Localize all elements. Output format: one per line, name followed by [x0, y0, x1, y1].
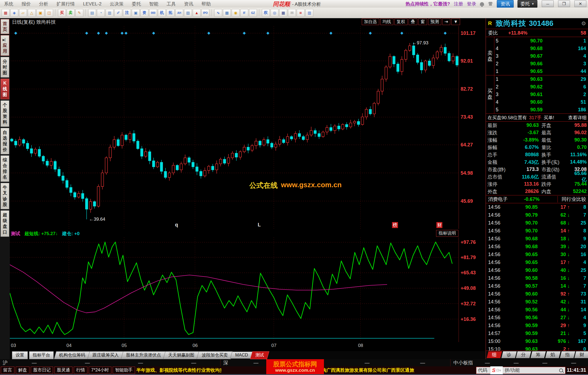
toolbar-icon[interactable]: ▣: [36, 9, 44, 17]
trade-button[interactable]: 委托▼: [517, 0, 537, 8]
order-row-buy-2[interactable]: 290.626: [486, 83, 588, 91]
news-button[interactable]: 资讯: [497, 0, 514, 8]
indicator-tab-天天躺赢副图[interactable]: 天天躺赢副图: [163, 351, 200, 359]
quote-tab-筹[interactable]: 筹: [531, 351, 546, 358]
indicator-tab-机构仓位筹码[interactable]: 机构仓位筹码: [54, 351, 90, 359]
gear-icon[interactable]: ⚙: [581, 20, 586, 27]
order-row-sell-2[interactable]: 290.663: [486, 60, 588, 67]
sidebar-item-K线图[interactable]: K线图: [1, 79, 9, 99]
register-link[interactable]: 注册: [454, 1, 463, 7]
toolbar-icon[interactable]: ▥: [106, 9, 114, 17]
tab-button-指标平台[interactable]: 指标平台: [29, 351, 54, 359]
indicator-tab-波段加仓买卖[interactable]: 波段加仓买卖: [197, 351, 233, 359]
order-row-buy-3[interactable]: 390.612: [486, 91, 588, 98]
menu-item-帮助[interactable]: 帮助: [197, 0, 215, 8]
order-row-buy-1[interactable]: 190.6329: [486, 75, 588, 83]
chart-button-预测[interactable]: 预测: [428, 19, 441, 25]
tab-button-设置[interactable]: 设置: [12, 351, 28, 359]
menu-item-报价[interactable]: 报价: [17, 0, 35, 8]
statusbar-tab-智能助手[interactable]: 智能助手: [113, 367, 135, 374]
toolbar-icon[interactable]: ▥: [305, 9, 313, 17]
chart-button-窗[interactable]: 窗: [418, 19, 427, 25]
toolbar-icon[interactable]: ✉: [288, 9, 296, 17]
toolbar-icon[interactable]: 卖: [67, 9, 75, 17]
sidebar-item-应用[interactable]: ▶▏应用: [1, 35, 9, 56]
chart-marker-财[interactable]: 财: [436, 222, 442, 228]
skin-icon[interactable]: [488, 2, 493, 6]
toolbar-icon[interactable]: 拓: [167, 9, 174, 17]
indicator-tab-股林主升浪潜伏点[interactable]: 股林主升浪潜伏点: [121, 351, 166, 359]
toolbar-icon[interactable]: ✐: [114, 9, 122, 17]
chart-marker-榜[interactable]: 榜: [392, 222, 398, 228]
menu-item-云决策[interactable]: 云决策: [106, 0, 128, 8]
toolbar-icon[interactable]: ∿: [214, 9, 222, 17]
news-ticker-left[interactable]: 半年游戏、影视院线等代表性行业营收均实现增长，净利增: [136, 367, 221, 373]
menu-item-工具[interactable]: 工具: [163, 0, 180, 8]
indicator-help-button[interactable]: 指标说明: [436, 230, 458, 237]
indicator-chart[interactable]: [10, 237, 459, 342]
chevron-down-icon[interactable]: ▼: [451, 19, 460, 25]
toolbar-icon[interactable]: ▤: [88, 9, 96, 17]
menu-item-系统[interactable]: 系统: [0, 0, 17, 8]
toolbar-icon[interactable]: ▩: [223, 9, 231, 17]
quote-tab-细[interactable]: 细: [487, 351, 502, 358]
menu-item-资讯[interactable]: 资讯: [180, 0, 197, 8]
kline-chart[interactable]: ←97.93←39.64: [10, 26, 459, 229]
login-link[interactable]: 登录: [467, 1, 476, 7]
restore-button[interactable]: ❒: [558, 1, 570, 7]
statusbar-tab-留言[interactable]: 留言: [1, 367, 14, 374]
quote-tab-指[interactable]: 指: [560, 351, 575, 358]
chart-button-复权[interactable]: 复权: [394, 19, 408, 25]
menu-item-分析[interactable]: 分析: [35, 0, 52, 8]
toolbar-icon[interactable]: ▣: [132, 9, 140, 17]
menu-item-LEVEL-2[interactable]: LEVEL-2: [79, 0, 106, 8]
toolbar-icon[interactable]: 买: [58, 9, 66, 17]
sidebar-item-超级盘口[interactable]: 超级盘口: [1, 210, 9, 237]
order-row-buy-5[interactable]: 590.59186: [486, 106, 588, 113]
statusbar-tab-7*24小时[interactable]: 7*24小时: [89, 367, 111, 374]
toolbar-icon[interactable]: IF: [240, 9, 248, 17]
quote-tab-诊[interactable]: 诊: [501, 351, 517, 358]
notification-bell-icon[interactable]: [480, 2, 484, 6]
industry-name[interactable]: 消费电子: [488, 196, 508, 202]
chart-button-叠[interactable]: 叠: [409, 19, 417, 25]
toolbar-icon[interactable]: ▦: [2, 9, 10, 17]
sidebar-item-个股资料[interactable]: 个股资料: [1, 100, 9, 127]
chart-button-加自选[interactable]: 加自选: [362, 19, 379, 25]
statusbar-tab-行情[interactable]: 行情: [74, 367, 87, 374]
toolbar-icon[interactable]: ◫: [45, 9, 53, 17]
industry-compare-link[interactable]: 同行业比较: [558, 196, 586, 202]
toolbar-icon[interactable]: 000: [149, 9, 157, 17]
alert-detail-link[interactable]: 查看详细: [568, 115, 587, 121]
statusbar-tab-股市日记[interactable]: 股市日记: [31, 367, 53, 374]
order-row-sell-4[interactable]: 490.68164: [486, 45, 588, 52]
menu-item-委托[interactable]: 委托: [128, 0, 145, 8]
chart-button-均线[interactable]: 均线: [380, 19, 393, 25]
quote-tab-财[interactable]: 财: [574, 351, 588, 358]
quote-tab-焰[interactable]: 焰: [545, 351, 561, 358]
toolbar-icon[interactable]: ⌗: [297, 9, 305, 17]
toolbar-icon[interactable]: △: [28, 9, 36, 17]
toolbar-icon[interactable]: GZ: [249, 9, 257, 17]
toolbar-icon[interactable]: 权: [262, 9, 270, 17]
hot-topic-link[interactable]: 热点持续性，它最强?: [406, 1, 450, 7]
menu-item-智能[interactable]: 智能: [145, 0, 163, 8]
close-button[interactable]: ✕: [574, 1, 586, 7]
toolbar-icon[interactable]: ✎: [75, 9, 83, 17]
sidebar-item-牛叉诊股[interactable]: 牛叉诊股: [1, 183, 9, 209]
toolbar-icon[interactable]: ◎: [271, 9, 278, 17]
order-row-sell-5[interactable]: 590.701: [486, 37, 588, 45]
toolbar-icon[interactable]: AH: [175, 9, 183, 17]
minimize-button[interactable]: ─: [542, 1, 554, 7]
next-icon[interactable]: ⇥: [442, 19, 450, 25]
indicator-tab-active[interactable]: 测试: [250, 351, 269, 359]
order-row-sell-3[interactable]: 390.674: [486, 52, 588, 60]
toolbar-icon[interactable]: ▨: [184, 9, 192, 17]
search-icon[interactable]: [559, 368, 563, 372]
toolbar-icon[interactable]: IPO: [201, 9, 209, 17]
toolbar-icon[interactable]: ▱: [19, 9, 27, 17]
indicator-tab-MACD[interactable]: MACD: [230, 352, 253, 359]
order-row-sell-1[interactable]: 190.6544: [486, 67, 588, 75]
indicator-tab-跟庄吸筹买入[interactable]: 跟庄吸筹买入: [87, 351, 124, 359]
toolbar-icon[interactable]: ◔: [97, 9, 105, 17]
